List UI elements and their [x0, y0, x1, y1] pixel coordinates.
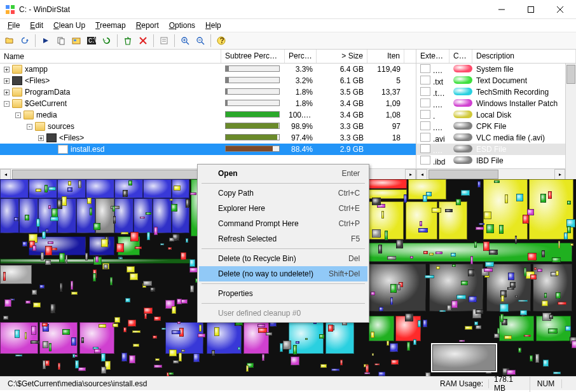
- header-size[interactable]: > Size: [317, 50, 367, 63]
- tree-row[interactable]: -$GetCurrent1.8%3.4 GB1,09: [0, 98, 416, 109]
- close-button[interactable]: [545, 0, 575, 19]
- treemap-block[interactable]: [214, 327, 219, 336]
- treemap-block[interactable]: [42, 231, 46, 239]
- tree-row[interactable]: +ProgramData1.8%3.5 GB13,37: [0, 86, 416, 98]
- treemap-block[interactable]: [0, 179, 29, 198]
- treemap-block[interactable]: [528, 253, 537, 260]
- treemap-block[interactable]: [51, 208, 58, 217]
- treemap-block[interactable]: [374, 363, 380, 365]
- treemap-block[interactable]: [451, 253, 456, 257]
- ext-row[interactable]: .txtText Document: [416, 75, 576, 86]
- treemap-block[interactable]: [556, 271, 559, 276]
- treemap-block[interactable]: [572, 341, 576, 348]
- treemap-block[interactable]: [15, 355, 22, 356]
- treemap-block[interactable]: [328, 325, 333, 331]
- ext-row[interactable]: .esdESD File: [416, 144, 576, 155]
- header-perce[interactable]: Perce...: [285, 50, 317, 63]
- treemap-block[interactable]: [143, 179, 172, 198]
- ext-row[interactable]: .mspWindows Installer Patch: [416, 98, 576, 109]
- expand-icon[interactable]: +: [38, 135, 44, 141]
- treemap-block[interactable]: [45, 260, 51, 265]
- treemap-block[interactable]: [418, 320, 421, 327]
- treemap-block[interactable]: [565, 326, 571, 331]
- treemap-block[interactable]: [45, 185, 48, 193]
- treemap-block[interactable]: [113, 216, 116, 224]
- header-subtree[interactable]: Subtree Percent...: [221, 50, 285, 63]
- treemap-block[interactable]: [135, 247, 142, 249]
- menu-item[interactable]: Copy PathCtrl+C: [199, 186, 367, 201]
- treemap-block[interactable]: [190, 193, 196, 196]
- treemap-block[interactable]: [146, 212, 151, 215]
- treemap-block[interactable]: [48, 187, 56, 191]
- minimize-button[interactable]: [487, 0, 516, 19]
- collapse-icon[interactable]: -: [27, 124, 32, 130]
- tree-row[interactable]: +<Files>3.2%6.1 GB5: [0, 75, 416, 86]
- treemap-block[interactable]: [62, 196, 67, 206]
- treemap-block[interactable]: [90, 208, 92, 215]
- treemap-block[interactable]: [331, 368, 339, 370]
- treemap-block[interactable]: [172, 330, 181, 334]
- treemap-block[interactable]: [558, 241, 560, 248]
- treemap-block[interactable]: [556, 292, 561, 299]
- delete-recycle-icon[interactable]: [121, 34, 135, 48]
- treemap-block[interactable]: [423, 195, 427, 202]
- header-ext[interactable]: Extensi...: [416, 50, 449, 63]
- treemap-block[interactable]: [71, 281, 72, 290]
- treemap-block[interactable]: [246, 365, 249, 372]
- treemap-block[interactable]: [134, 198, 153, 233]
- collapse-icon[interactable]: -: [15, 112, 21, 118]
- ext-row[interactable]: .sysSystem file: [416, 64, 576, 75]
- treemap-block[interactable]: [33, 302, 41, 308]
- menu-item[interactable]: Explorer HereCtrl+E: [199, 201, 367, 216]
- treemap-block[interactable]: [171, 204, 177, 212]
- treemap-block[interactable]: [319, 334, 324, 339]
- menu-item[interactable]: OpenEnter: [199, 166, 367, 181]
- treemap-block[interactable]: [413, 339, 416, 345]
- treemap-block[interactable]: [280, 343, 282, 351]
- tree-row[interactable]: install.esd88.4%2.9 GB: [0, 144, 416, 155]
- treemap-block[interactable]: [114, 198, 134, 233]
- treemap-block[interactable]: [507, 370, 516, 375]
- treemap-block[interactable]: [169, 238, 174, 241]
- treemap-block[interactable]: [540, 194, 546, 202]
- treemap-block[interactable]: [50, 217, 58, 221]
- treemap-block[interactable]: [104, 264, 108, 269]
- tree-row[interactable]: +xampp3.3%6.4 GB119,49: [0, 64, 416, 75]
- treemap-block[interactable]: [150, 287, 155, 292]
- treemap-block[interactable]: [81, 337, 84, 343]
- treemap-block[interactable]: [31, 326, 36, 335]
- treemap-block[interactable]: [101, 367, 106, 374]
- treemap-block[interactable]: [499, 225, 504, 234]
- treemap-block[interactable]: [58, 363, 60, 369]
- treemap-block[interactable]: [451, 301, 458, 308]
- treemap-block[interactable]: [484, 268, 493, 272]
- treemap-block[interactable]: [99, 324, 106, 327]
- treemap-block[interactable]: [155, 358, 160, 361]
- treemap-block[interactable]: [93, 223, 100, 230]
- treemap-block[interactable]: [461, 190, 470, 195]
- treemap-block[interactable]: [567, 226, 571, 233]
- treemap-block[interactable]: [50, 304, 55, 313]
- ext-v-scrollbar[interactable]: [565, 64, 576, 179]
- zoom-out-icon[interactable]: [193, 34, 207, 48]
- ext-row[interactable]: .Local Disk: [416, 109, 576, 121]
- treemap-block[interactable]: [161, 328, 166, 330]
- treemap-block[interactable]: [558, 302, 566, 306]
- treemap-block[interactable]: [31, 341, 39, 344]
- treemap-block[interactable]: [243, 322, 269, 354]
- treemap-block[interactable]: [101, 239, 109, 247]
- treemap-block[interactable]: [154, 227, 158, 235]
- treemap-block[interactable]: [564, 233, 568, 239]
- treemap-block[interactable]: [181, 349, 185, 352]
- treemap-block[interactable]: [504, 335, 512, 339]
- scroll-right-icon[interactable]: ▸: [554, 169, 565, 180]
- treemap-block[interactable]: [262, 354, 265, 362]
- treemap-block[interactable]: [534, 267, 537, 270]
- treemap-block[interactable]: [128, 320, 136, 327]
- treemap-block[interactable]: [170, 199, 173, 201]
- tree-row[interactable]: -media100.0%3.4 GB1,08: [0, 109, 416, 121]
- play-icon[interactable]: [39, 34, 53, 48]
- treemap-block[interactable]: [476, 325, 481, 329]
- menu-item[interactable]: Command Prompt HereCtrl+P: [199, 216, 367, 231]
- treemap-block[interactable]: [147, 232, 151, 241]
